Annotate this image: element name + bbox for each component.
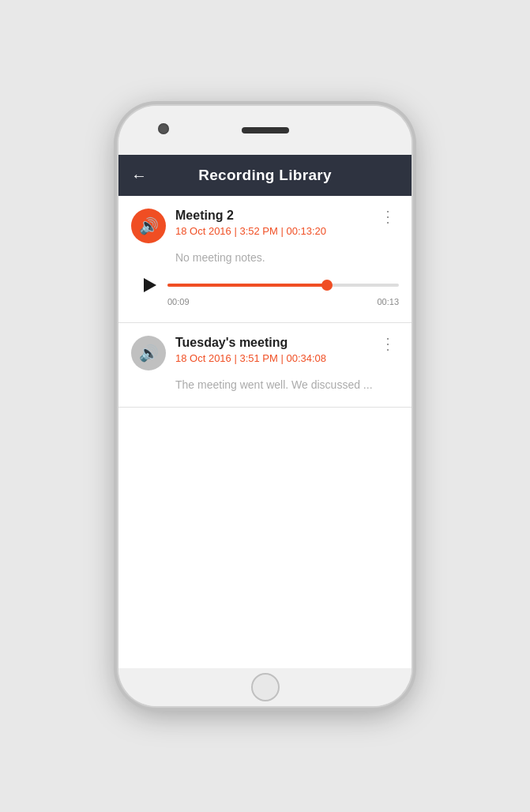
- phone-top: [118, 106, 412, 155]
- more-options-button[interactable]: ⋮: [377, 209, 399, 224]
- current-time: 00:09: [167, 297, 190, 306]
- progress-bar[interactable]: [167, 284, 399, 287]
- recording-meta: 18 Oct 2016 | 3:51 PM | 00:34:08: [175, 352, 367, 364]
- recording-card: 🔊 Meeting 2 18 Oct 2016 | 3:52 PM | 00:1…: [118, 196, 412, 323]
- recording-notes: No meeting notes.: [175, 251, 399, 264]
- player-controls: [144, 278, 399, 292]
- card-info: Meeting 2 18 Oct 2016 | 3:52 PM | 00:13:…: [175, 209, 367, 237]
- recording-icon-active[interactable]: 🔊: [131, 209, 166, 243]
- progress-bar-fill: [167, 284, 327, 287]
- audio-player: 00:09 00:13: [144, 278, 399, 306]
- phone-screen: ← Recording Library 🔊 Meeting 2 18 Oct 2…: [118, 155, 412, 668]
- card-info: Tuesday's meeting 18 Oct 2016 | 3:51 PM …: [175, 336, 367, 364]
- camera: [158, 123, 169, 134]
- card-top-row: 🔊 Meeting 2 18 Oct 2016 | 3:52 PM | 00:1…: [131, 209, 399, 243]
- recording-title: Meeting 2: [175, 209, 367, 223]
- progress-knob[interactable]: [321, 280, 333, 291]
- speaker-icon: 🔊: [139, 345, 159, 361]
- phone-bottom: [118, 668, 412, 706]
- recording-notes: The meeting went well. We discussed ...: [175, 378, 399, 391]
- card-top-row: 🔊 Tuesday's meeting 18 Oct 2016 | 3:51 P…: [131, 336, 399, 370]
- home-button[interactable]: [251, 673, 280, 701]
- recording-card: 🔊 Tuesday's meeting 18 Oct 2016 | 3:51 P…: [118, 323, 412, 408]
- time-labels: 00:09 00:13: [144, 297, 399, 306]
- speaker-icon: 🔊: [139, 218, 159, 234]
- content-area: 🔊 Meeting 2 18 Oct 2016 | 3:52 PM | 00:1…: [118, 196, 412, 668]
- recording-meta: 18 Oct 2016 | 3:52 PM | 00:13:20: [175, 225, 367, 237]
- play-button[interactable]: [144, 278, 156, 292]
- recording-title: Tuesday's meeting: [175, 336, 367, 350]
- phone-frame: ← Recording Library 🔊 Meeting 2 18 Oct 2…: [118, 106, 412, 706]
- more-options-button[interactable]: ⋮: [377, 336, 399, 351]
- app-header: ← Recording Library: [118, 155, 412, 196]
- total-time: 00:13: [377, 297, 399, 306]
- speaker: [242, 127, 289, 133]
- back-button[interactable]: ←: [131, 167, 147, 183]
- page-title: Recording Library: [160, 167, 370, 184]
- recording-icon-inactive[interactable]: 🔊: [131, 336, 166, 370]
